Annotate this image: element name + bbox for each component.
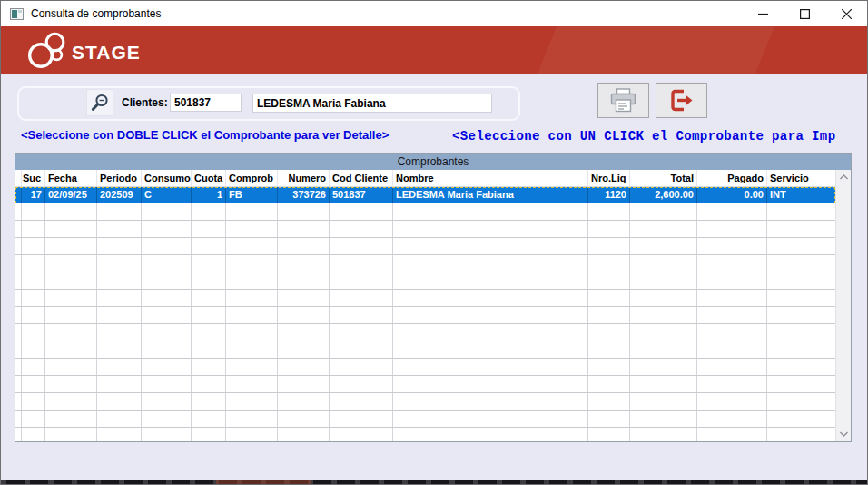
empty-cell bbox=[588, 428, 630, 441]
empty-cell bbox=[97, 203, 142, 221]
table-row-empty[interactable] bbox=[15, 411, 835, 428]
table-row-empty[interactable] bbox=[15, 341, 835, 359]
empty-cell bbox=[20, 221, 45, 238]
search-button[interactable] bbox=[86, 89, 113, 116]
empty-cell bbox=[697, 341, 767, 359]
table-row-empty[interactable] bbox=[15, 359, 835, 376]
empty-cell bbox=[630, 290, 697, 307]
empty-cell bbox=[278, 290, 330, 307]
empty-cell bbox=[330, 359, 393, 376]
column-header-nombre[interactable]: Nombre bbox=[393, 170, 588, 187]
empty-cell bbox=[278, 341, 330, 359]
empty-cell bbox=[226, 359, 278, 376]
empty-cell bbox=[97, 221, 142, 238]
empty-cell bbox=[630, 359, 697, 376]
column-header-cuota[interactable]: Cuota bbox=[192, 170, 226, 187]
empty-cell bbox=[767, 393, 835, 411]
empty-cell bbox=[192, 411, 226, 428]
column-header-nro-liq[interactable]: Nro.Liq bbox=[588, 170, 630, 187]
cell-cuota: 1 bbox=[192, 187, 226, 203]
client-name-input[interactable] bbox=[252, 94, 492, 113]
column-header-consumo[interactable]: Consumo bbox=[142, 170, 192, 187]
table-row-empty[interactable] bbox=[15, 290, 835, 307]
empty-cell bbox=[330, 376, 393, 393]
empty-cell bbox=[767, 411, 835, 428]
table-row-empty[interactable] bbox=[15, 376, 835, 393]
empty-cell bbox=[330, 341, 393, 359]
empty-cell bbox=[142, 428, 192, 441]
empty-cell bbox=[330, 324, 393, 341]
column-header-total[interactable]: Total bbox=[630, 170, 697, 187]
chevron-up-icon[interactable] bbox=[840, 174, 848, 180]
banner-stripe bbox=[531, 26, 778, 74]
column-header-cod-cliente[interactable]: Cod Cliente bbox=[330, 170, 393, 187]
table-row-empty[interactable] bbox=[15, 307, 835, 324]
minimize-button[interactable] bbox=[742, 1, 784, 26]
empty-cell bbox=[588, 307, 630, 324]
table-row-empty[interactable] bbox=[15, 238, 835, 255]
empty-cell bbox=[142, 376, 192, 393]
column-header-suc[interactable]: Suc bbox=[20, 170, 45, 187]
table-header-row: Suc Fecha Periodo Consumo Cuota Comprob … bbox=[15, 170, 835, 187]
column-header-servicio[interactable]: Servicio bbox=[767, 170, 835, 187]
empty-cell bbox=[192, 341, 226, 359]
empty-cell bbox=[393, 359, 588, 376]
empty-cell bbox=[45, 376, 97, 393]
empty-cell bbox=[630, 272, 697, 290]
column-header-comprob[interactable]: Comprob bbox=[226, 170, 278, 187]
title-bar[interactable]: Consulta de comprobantes bbox=[1, 1, 867, 26]
empty-cell bbox=[142, 324, 192, 341]
cell-total: 2,600.00 bbox=[630, 187, 697, 203]
empty-cell bbox=[20, 428, 45, 441]
clientes-label: Clientes: bbox=[122, 96, 168, 109]
empty-cell bbox=[393, 238, 588, 255]
empty-cell bbox=[226, 221, 278, 238]
empty-cell bbox=[142, 255, 192, 272]
empty-cell bbox=[588, 255, 630, 272]
table-row-empty[interactable] bbox=[15, 393, 835, 411]
empty-cell bbox=[97, 428, 142, 441]
empty-cell bbox=[330, 238, 393, 255]
empty-cell bbox=[278, 428, 330, 441]
column-header-periodo[interactable]: Periodo bbox=[97, 170, 142, 187]
empty-cell bbox=[278, 238, 330, 255]
table-row-empty[interactable] bbox=[15, 221, 835, 238]
close-button[interactable] bbox=[825, 1, 867, 26]
vertical-scrollbar[interactable] bbox=[835, 170, 851, 441]
table-row-empty[interactable] bbox=[15, 203, 835, 221]
empty-cell bbox=[226, 307, 278, 324]
chevron-down-icon[interactable] bbox=[840, 431, 848, 437]
empty-cell bbox=[97, 376, 142, 393]
table-row-empty[interactable] bbox=[15, 255, 835, 272]
cell-suc: 17 bbox=[20, 187, 45, 203]
client-area: Clientes: <Seleccione con DOBLE CLICK el… bbox=[1, 74, 867, 481]
exit-button[interactable] bbox=[656, 83, 707, 118]
empty-cell bbox=[330, 307, 393, 324]
cell-pagado: 0.00 bbox=[697, 187, 767, 203]
client-code-input[interactable] bbox=[170, 94, 242, 112]
empty-cell bbox=[767, 255, 835, 272]
table-row-empty[interactable] bbox=[15, 272, 835, 290]
empty-cell bbox=[142, 341, 192, 359]
brand-banner: STAGE bbox=[1, 26, 867, 74]
print-button[interactable] bbox=[597, 83, 649, 118]
empty-cell bbox=[630, 428, 697, 441]
table-row-selected[interactable]: 17 02/09/25 202509 C 1 FB 373726 501837 … bbox=[15, 187, 835, 203]
empty-cell bbox=[330, 272, 393, 290]
empty-cell bbox=[20, 411, 45, 428]
printer-icon bbox=[609, 88, 637, 113]
column-header-numero[interactable]: Numero bbox=[278, 170, 330, 187]
empty-cell bbox=[393, 376, 588, 393]
empty-cell bbox=[630, 221, 697, 238]
empty-cell bbox=[45, 238, 97, 255]
empty-cell bbox=[45, 290, 97, 307]
empty-cell bbox=[588, 272, 630, 290]
table-row-empty[interactable] bbox=[15, 428, 835, 441]
empty-cell bbox=[20, 238, 45, 255]
maximize-button[interactable] bbox=[784, 1, 825, 26]
circles-logo-icon bbox=[26, 31, 70, 69]
column-header-pagado[interactable]: Pagado bbox=[697, 170, 767, 187]
empty-cell bbox=[630, 255, 697, 272]
table-row-empty[interactable] bbox=[15, 324, 835, 341]
column-header-fecha[interactable]: Fecha bbox=[45, 170, 97, 187]
